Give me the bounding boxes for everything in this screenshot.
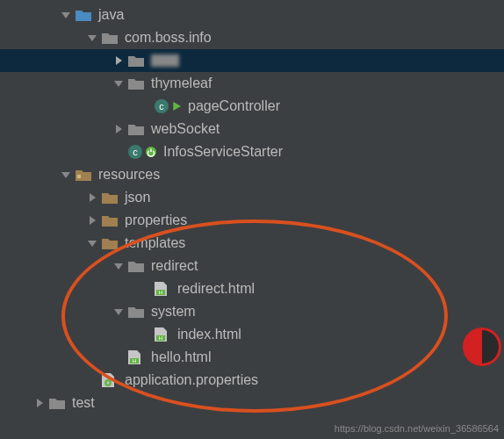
svg-rect-5 — [77, 175, 81, 178]
watermark-text: https://blog.csdn.net/weixin_36586564 — [335, 423, 499, 434]
tree-node-json[interactable]: json — [0, 186, 504, 209]
node-label: index.html — [177, 327, 241, 342]
chevron-right-icon — [114, 125, 123, 133]
node-label: test — [72, 395, 95, 411]
tree-node-redirect[interactable]: redirect — [0, 255, 504, 277]
svg-text:H: H — [159, 290, 162, 295]
chevron-right-icon — [114, 56, 123, 65]
html-file-icon: H — [155, 281, 170, 297]
chevron-right-icon — [35, 399, 44, 407]
node-label: java — [98, 7, 124, 23]
package-icon — [128, 121, 144, 137]
class-icon: c — [155, 98, 170, 114]
html-file-icon: H — [155, 327, 170, 342]
html-file-icon: H — [128, 349, 144, 365]
class-icon: c — [128, 144, 144, 160]
chevron-down-icon — [61, 11, 70, 19]
chevron-down-icon — [114, 262, 123, 270]
chevron-down-icon — [88, 239, 97, 248]
node-label: resources — [98, 167, 160, 183]
properties-file-icon — [102, 372, 118, 388]
node-label: thymeleaf — [151, 76, 212, 91]
svg-point-13 — [107, 382, 110, 385]
node-label: InfosServiceStarter — [163, 144, 283, 160]
chevron-right-icon — [88, 216, 97, 225]
package-icon — [102, 30, 118, 46]
package-icon — [102, 235, 118, 251]
chevron-down-icon — [61, 170, 70, 179]
chevron-down-icon — [88, 33, 97, 42]
tree-node-blurred[interactable] — [0, 49, 504, 72]
node-label: webSocket — [151, 121, 220, 137]
tree-node-resources[interactable]: resources — [0, 163, 504, 186]
svg-text:H: H — [133, 358, 136, 363]
package-icon — [128, 53, 144, 68]
tree-node-templates[interactable]: templates — [0, 232, 504, 255]
tree-node-appprops[interactable]: application.properties — [0, 369, 504, 392]
resources-folder-icon — [76, 167, 91, 183]
tree-node-indexhtml[interactable]: H index.html — [0, 323, 504, 346]
tree-node-test[interactable]: test — [0, 392, 504, 414]
tree-node-websocket[interactable]: webSocket — [0, 118, 504, 140]
node-label: redirect.html — [177, 281, 255, 297]
svg-text:c: c — [133, 147, 138, 157]
node-label: pageController — [188, 98, 280, 114]
tree-node-hellohtml[interactable]: H hello.html — [0, 346, 504, 369]
tree-node-java[interactable]: java — [0, 4, 504, 26]
chevron-down-icon — [114, 79, 123, 88]
package-icon — [128, 76, 144, 91]
folder-icon — [49, 395, 65, 411]
chevron-right-icon — [88, 193, 97, 202]
folder-icon — [76, 7, 91, 23]
blurred-label — [151, 54, 179, 67]
node-label: templates — [125, 235, 185, 251]
power-badge-icon — [146, 144, 156, 160]
node-label: properties — [125, 212, 187, 228]
package-icon — [102, 190, 118, 205]
node-label: redirect — [151, 258, 198, 274]
tree-node-system[interactable]: system — [0, 300, 504, 323]
tree-node-redirecthtml[interactable]: H redirect.html — [0, 277, 504, 300]
chevron-down-icon — [114, 307, 123, 316]
package-icon — [128, 258, 144, 274]
tree-node-pagecontroller[interactable]: c pageController — [0, 95, 504, 118]
svg-text:H: H — [159, 335, 162, 341]
package-icon — [128, 304, 144, 320]
tree-node-thymeleaf[interactable]: thymeleaf — [0, 72, 504, 95]
node-label: hello.html — [151, 349, 211, 365]
project-tree[interactable]: java com.boss.info thymeleaf c pageContr… — [0, 0, 504, 414]
tree-node-comboss[interactable]: com.boss.info — [0, 26, 504, 49]
tree-node-properties[interactable]: properties — [0, 209, 504, 232]
package-icon — [102, 212, 118, 228]
tree-node-infosservicestarter[interactable]: c InfosServiceStarter — [0, 140, 504, 163]
node-label: system — [151, 304, 196, 320]
node-label: application.properties — [125, 372, 258, 388]
watermark-logo — [460, 325, 504, 369]
node-label: com.boss.info — [125, 30, 212, 46]
svg-text:c: c — [159, 101, 164, 112]
run-badge-icon — [172, 98, 181, 114]
node-label: json — [125, 190, 150, 205]
